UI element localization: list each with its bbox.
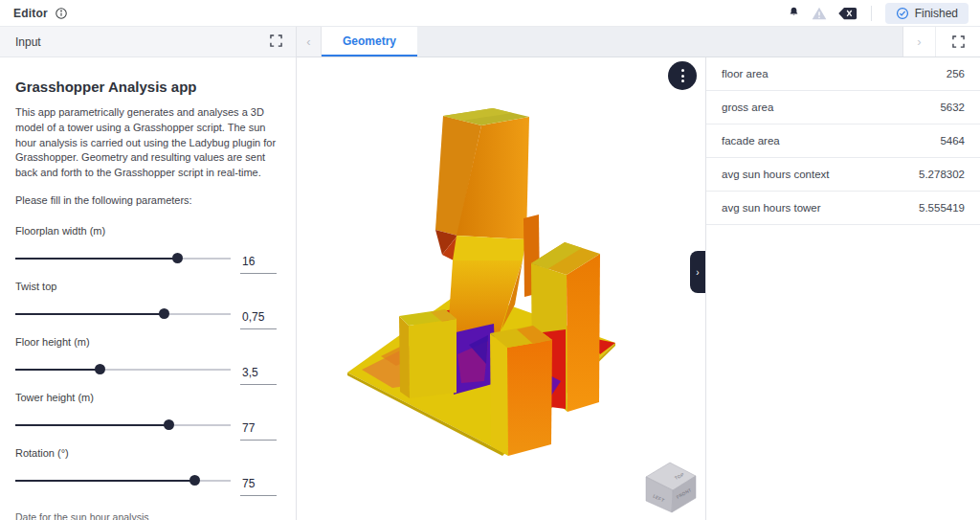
slider-track[interactable] bbox=[15, 480, 231, 482]
tabs-scroll-right-icon[interactable]: › bbox=[903, 27, 936, 57]
tower bbox=[435, 108, 529, 333]
clear-backspace-icon[interactable] bbox=[837, 7, 858, 20]
slider-floor-height: Floor height (m) 3,5 bbox=[15, 336, 277, 379]
slider-thumb[interactable] bbox=[164, 419, 174, 430]
slider-track[interactable] bbox=[15, 369, 231, 371]
warnings-icon[interactable] bbox=[812, 7, 827, 20]
expand-viewer-icon[interactable] bbox=[936, 27, 980, 57]
value-row-floor-area: floor area 256 bbox=[706, 57, 980, 91]
info-icon[interactable] bbox=[55, 7, 68, 20]
value-row-facade-area: facade area 5464 bbox=[706, 124, 980, 158]
context-box-left bbox=[399, 309, 457, 398]
topbar-divider bbox=[871, 6, 872, 21]
value-number: 5464 bbox=[940, 135, 965, 147]
notifications-bell-icon[interactable] bbox=[787, 6, 801, 20]
expand-panel-icon[interactable] bbox=[270, 34, 282, 51]
value-label: floor area bbox=[722, 68, 768, 79]
tab-geometry-label: Geometry bbox=[343, 34, 396, 48]
viewer-tab-strip: ‹ Geometry › bbox=[297, 27, 980, 57]
viewport-canvas[interactable]: TOP LEFT FRONT › bbox=[297, 57, 705, 520]
slider-track[interactable] bbox=[15, 313, 231, 315]
app-title: Grasshopper Analysis app bbox=[15, 79, 277, 95]
slider-twist-top: Twist top 0,75 bbox=[15, 281, 277, 324]
slider-value-field[interactable]: 16 bbox=[240, 254, 277, 274]
chevron-right-icon: › bbox=[696, 267, 699, 278]
top-bar: Editor bbox=[0, 0, 980, 27]
slider-thumb[interactable] bbox=[189, 475, 200, 486]
3d-model: TOP LEFT FRONT bbox=[297, 57, 705, 520]
input-panel-content: Grasshopper Analysis app This app parame… bbox=[0, 57, 296, 520]
slider-label: Rotation (°) bbox=[15, 447, 277, 459]
value-number: 5.278302 bbox=[919, 169, 965, 180]
slider-track[interactable] bbox=[15, 424, 231, 426]
collapse-panel-toggle[interactable]: › bbox=[690, 251, 705, 293]
value-row-avg-sun-hours-tower: avg sun hours tower 5.555419 bbox=[706, 192, 980, 225]
slider-rotation: Rotation (°) 75 bbox=[15, 447, 277, 490]
output-values-panel: floor area 256 gross area 5632 facade ar… bbox=[705, 57, 980, 520]
value-label: avg sun hours tower bbox=[722, 202, 821, 214]
kebab-dot bbox=[681, 79, 684, 82]
slider-label: Floor height (m) bbox=[15, 336, 277, 348]
nav-cube[interactable]: TOP LEFT FRONT bbox=[646, 463, 696, 512]
slider-thumb[interactable] bbox=[95, 364, 105, 374]
slider-track[interactable] bbox=[15, 258, 231, 260]
slider-label: Twist top bbox=[15, 281, 277, 292]
value-row-gross-area: gross area 5632 bbox=[706, 91, 980, 124]
tab-geometry[interactable]: Geometry bbox=[322, 27, 417, 57]
value-row-avg-sun-hours-context: avg sun hours context 5.278302 bbox=[706, 158, 980, 192]
finished-status-button[interactable]: Finished bbox=[885, 3, 969, 24]
input-panel-header: Input bbox=[0, 27, 296, 57]
slider-label: Tower height (m) bbox=[15, 392, 277, 403]
slider-thumb[interactable] bbox=[172, 253, 183, 263]
input-panel: Input Grasshopper Analysis app This app … bbox=[0, 27, 297, 520]
value-label: avg sun hours context bbox=[722, 169, 830, 180]
value-number: 5632 bbox=[940, 102, 965, 113]
context-box-front bbox=[490, 326, 552, 456]
app-instruction: Please fill in the following parameters: bbox=[15, 194, 277, 206]
slider-value-field[interactable]: 75 bbox=[240, 476, 277, 496]
value-number: 256 bbox=[947, 68, 965, 79]
tabs-scroll-left-icon[interactable]: ‹ bbox=[297, 27, 322, 57]
slider-value-field[interactable]: 3,5 bbox=[240, 365, 277, 385]
slider-value-field[interactable]: 77 bbox=[240, 420, 277, 441]
slider-value-field[interactable]: 0,75 bbox=[240, 309, 277, 329]
value-number: 5.555419 bbox=[919, 202, 965, 214]
input-panel-title: Input bbox=[15, 35, 41, 49]
viewport-menu-button[interactable] bbox=[668, 61, 697, 90]
slider-label: Floorplan width (m) bbox=[15, 225, 277, 237]
app-description: This app parametrically generates and an… bbox=[15, 105, 277, 181]
kebab-dot bbox=[681, 69, 684, 72]
kebab-dot bbox=[681, 75, 684, 78]
value-label: facade area bbox=[722, 135, 780, 147]
slider-tower-height: Tower height (m) 77 bbox=[15, 392, 277, 435]
date-field: Date for the sun hour analysis 2023-03-2… bbox=[15, 511, 277, 520]
slider-thumb[interactable] bbox=[159, 308, 169, 319]
value-label: gross area bbox=[722, 102, 773, 113]
slider-floorplan-width: Floorplan width (m) 16 bbox=[15, 225, 277, 268]
editor-title: Editor bbox=[13, 7, 48, 20]
date-field-label: Date for the sun hour analysis bbox=[15, 511, 277, 520]
check-circle-icon bbox=[896, 7, 909, 20]
shadow-analysis-patches bbox=[452, 324, 496, 395]
finished-label: Finished bbox=[915, 7, 958, 20]
